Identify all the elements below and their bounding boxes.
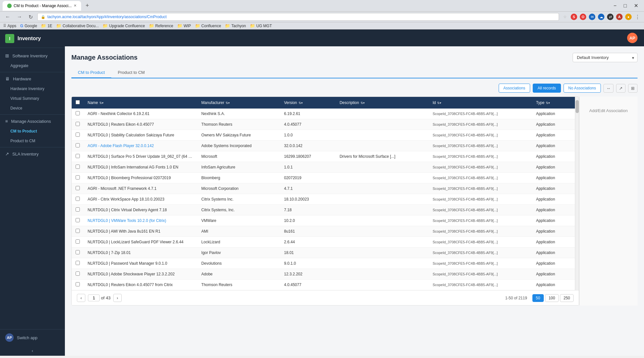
scroll-thumb[interactable] — [576, 100, 579, 113]
table-row[interactable]: NLRTDGL0 | 7-Zip 18.01 Igor Pavlov 18.01… — [72, 248, 575, 258]
sidebar-collapse-button[interactable]: ‹ — [0, 346, 65, 356]
table-row[interactable]: NLRTDGL0 | AMI With Java 8u161 EN R1 AMI… — [72, 226, 575, 237]
row-checkbox[interactable] — [76, 261, 80, 265]
row-checkbox[interactable] — [76, 154, 80, 158]
new-tab-button[interactable]: + — [84, 2, 91, 10]
tab-product-to-cm[interactable]: Product to CM — [111, 67, 151, 78]
table-row[interactable]: NLRTDGL0 | Reuters Eikon 4.0.45077 from … — [72, 280, 575, 290]
ext-icon-5[interactable]: ⇄ — [607, 14, 614, 20]
sidebar-item-aggregate[interactable]: Aggregate — [0, 61, 65, 71]
bookmark-1e[interactable]: 📁 1E — [41, 23, 52, 28]
sort-icon-type[interactable]: ⇅▾ — [546, 101, 550, 105]
row-checkbox[interactable] — [76, 133, 80, 137]
sort-icon-version[interactable]: ⇅▾ — [298, 101, 303, 105]
ext-icon-6[interactable]: ● — [625, 14, 632, 20]
table-row[interactable]: NLRTDGL0 | Stability Calculation Sakizay… — [72, 130, 575, 141]
icon-btn-expand[interactable]: ↗ — [616, 84, 626, 93]
row-checkbox[interactable] — [76, 239, 80, 244]
row-checkbox[interactable] — [76, 229, 80, 233]
prev-page-button[interactable]: ‹ — [77, 294, 85, 302]
sort-icon-id[interactable]: ⇅▾ — [437, 101, 441, 105]
inventory-dropdown[interactable]: Default Inventory — [573, 53, 638, 62]
tab-cm-to-product[interactable]: CM to Product — [71, 67, 111, 78]
row-checkbox[interactable] — [76, 143, 80, 147]
table-row[interactable]: NLRTDGL0 | LockLizard SafeGuard PDF View… — [72, 237, 575, 248]
bookmark-ugmgt[interactable]: 📁 UG MGT — [250, 23, 272, 28]
scroll-track[interactable] — [575, 97, 579, 290]
bookmark-collab[interactable]: 📁 Collaborative Docu... — [56, 23, 99, 28]
sort-icon-name[interactable]: ⇅▾ — [99, 101, 103, 105]
tab-close-button[interactable]: ✕ — [74, 4, 77, 8]
maximize-button[interactable]: □ — [620, 1, 630, 10]
table-row[interactable]: NLRTDGL0 | VMWare Tools 10.2.0 (for Citr… — [72, 215, 575, 226]
table-row[interactable]: NLRTDGL0 | Password Vault Manager 9.0.1.… — [72, 258, 575, 269]
sidebar-item-cm-to-product[interactable]: CM to Product — [0, 126, 65, 136]
sidebar-item-device[interactable]: Device — [0, 103, 65, 113]
row-checkbox[interactable] — [76, 197, 80, 201]
sidebar-item-hardware[interactable]: 🖥 Hardware — [0, 74, 65, 84]
page-size-250[interactable]: 250 — [560, 294, 574, 302]
filter-btn-all-records[interactable]: All records — [533, 84, 561, 93]
bookmark-wip[interactable]: 📁 WIP — [177, 23, 191, 28]
close-button[interactable]: ✕ — [631, 1, 641, 10]
sidebar-item-virtual-summary[interactable]: Virtual Summary — [0, 94, 65, 103]
page-size-100[interactable]: 100 — [545, 294, 559, 302]
row-name[interactable]: AGRI - Adobe Flash Player 32.0.0.142 — [84, 141, 198, 151]
ext-icon-1[interactable]: S — [571, 14, 577, 20]
select-all-checkbox[interactable] — [76, 100, 80, 104]
row-checkbox[interactable] — [76, 250, 80, 254]
sidebar-item-software-inventory[interactable]: ⊞ Software Inventory — [0, 51, 65, 61]
ext-icon-3[interactable]: ✉ — [589, 14, 595, 20]
icon-btn-swap[interactable]: ↔ — [603, 84, 614, 93]
row-checkbox[interactable] — [76, 282, 80, 286]
star-icon[interactable]: ☆ — [562, 14, 568, 20]
row-checkbox[interactable] — [76, 175, 80, 179]
sidebar-footer[interactable]: AP Switch app — [0, 329, 65, 346]
bookmark-apps[interactable]: ⠿ Apps — [3, 24, 16, 28]
ext-icon-4[interactable]: ☁ — [598, 14, 604, 20]
filter-btn-associations[interactable]: Associations — [499, 84, 530, 93]
bookmark-confluence[interactable]: 📁 Upgrade Confluence — [103, 23, 145, 28]
user-profile-icon[interactable]: A — [616, 14, 623, 20]
row-checkbox[interactable] — [76, 111, 80, 115]
bookmark-reference[interactable]: 📁 Reference — [149, 23, 173, 28]
forward-button[interactable]: → — [15, 13, 24, 20]
sidebar-item-manage-associations[interactable]: ≡ Manage Associations — [0, 116, 65, 126]
user-avatar[interactable]: AP — [627, 33, 638, 43]
sidebar-item-sla-inventory[interactable]: ↗ SLA Inventory — [0, 149, 65, 159]
table-row[interactable]: NLRTDGL0 | Adobe Shockwave Player 12.3.2… — [72, 269, 575, 280]
icon-btn-columns[interactable]: ⊞ — [628, 84, 638, 93]
sort-icon-manufacturer[interactable]: ⇅▾ — [225, 101, 230, 105]
sidebar-item-hardware-inventory[interactable]: Hardware Inventory — [0, 84, 65, 94]
table-row[interactable]: NLRTDGL0 | InfoSam International AG Font… — [72, 162, 575, 173]
table-row[interactable]: AGRI - Citrix WorkSpace App 18.10.0.2002… — [72, 194, 575, 205]
page-number-input[interactable] — [88, 294, 100, 301]
table-row[interactable]: NLRTDGL0 | Citrix Virtual Delivery Agent… — [72, 205, 575, 215]
sidebar-item-product-to-cm[interactable]: Product to CM — [0, 136, 65, 146]
table-row[interactable]: NLRTDGL0 | Bloomberg Professional 020720… — [72, 173, 575, 183]
minimize-button[interactable]: − — [610, 1, 620, 10]
back-button[interactable]: ← — [3, 13, 12, 20]
row-checkbox[interactable] — [76, 165, 80, 169]
browser-tab[interactable]: CM to Product - Manage Associ... ✕ — [3, 1, 81, 11]
reload-button[interactable]: ↻ — [27, 13, 35, 21]
next-page-button[interactable]: › — [113, 294, 122, 302]
row-checkbox[interactable] — [76, 122, 80, 126]
bookmark-tachyon[interactable]: 📁 Tachyon — [225, 23, 246, 28]
bookmark-google[interactable]: G Google — [20, 24, 37, 28]
table-row[interactable]: AGRI - Adobe Flash Player 32.0.0.142 Ado… — [72, 141, 575, 151]
page-size-50[interactable]: 50 — [532, 294, 544, 302]
row-checkbox[interactable] — [76, 207, 80, 212]
bookmark-confluence2[interactable]: 📁 Confluence — [195, 23, 221, 28]
row-name[interactable]: NLRTDGL0 | VMWare Tools 10.2.0 (for Citr… — [84, 215, 198, 226]
ext-icon-2[interactable]: O — [580, 14, 586, 20]
row-checkbox[interactable] — [76, 271, 80, 276]
menu-icon[interactable]: ⋮ — [634, 14, 641, 20]
table-row[interactable]: AGRI - Nexthink Collector 6.19.2.61 Next… — [72, 109, 575, 119]
table-row[interactable]: NLRTDGL0 | Reuters Eikon 4.0.45077 Thoms… — [72, 119, 575, 130]
sort-icon-description[interactable]: ⇅▾ — [360, 101, 365, 105]
filter-btn-no-associations[interactable]: No Associations — [564, 84, 601, 93]
row-checkbox[interactable] — [76, 186, 80, 190]
table-row[interactable]: NLRTDGL0 | Surface Pro 5 Driver Update 1… — [72, 151, 575, 162]
row-checkbox[interactable] — [76, 218, 80, 222]
